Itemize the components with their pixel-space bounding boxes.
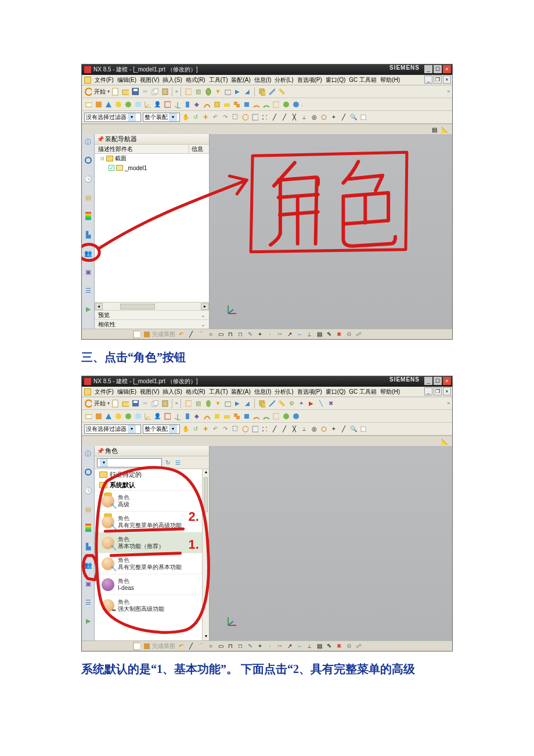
- mdi-minimize[interactable]: _: [424, 387, 432, 395]
- menu-assembly[interactable]: 装配(A): [231, 388, 250, 396]
- arc-orange-icon[interactable]: [252, 412, 260, 420]
- sketch-circle-icon[interactable]: ○: [207, 330, 215, 339]
- sketch-open-icon[interactable]: ⊓: [226, 642, 234, 650]
- history-tab-icon[interactable]: 🕓: [83, 174, 93, 184]
- scope-combo[interactable]: 整个装配 ▾: [143, 113, 180, 122]
- snap-plus-icon[interactable]: +: [330, 113, 338, 121]
- menu-window[interactable]: 窗口(Q): [326, 76, 345, 84]
- sketch-rect-icon[interactable]: ▭: [217, 330, 225, 339]
- sketch-arc-icon[interactable]: ⌒: [197, 642, 205, 650]
- menu-tools[interactable]: 工具(T): [209, 388, 228, 396]
- open-file-icon[interactable]: [121, 399, 129, 408]
- col-info[interactable]: 信息: [189, 145, 209, 153]
- snap-toolbar-icon[interactable]: 📐: [441, 125, 449, 134]
- sketch-plus-icon[interactable]: +: [256, 330, 264, 339]
- scrollbar-thumb[interactable]: [204, 477, 208, 512]
- doc-tab-icon[interactable]: ▤: [83, 504, 93, 514]
- block-icon[interactable]: [223, 88, 232, 96]
- new-file-icon[interactable]: [111, 88, 120, 96]
- snap-cross-icon[interactable]: ╳: [290, 425, 298, 433]
- history-tab-icon[interactable]: 🕓: [83, 485, 93, 496]
- menu-gctools[interactable]: GC 工具箱: [349, 388, 377, 396]
- sketch-square-icon[interactable]: □: [236, 330, 244, 339]
- menu-help[interactable]: 帮助(H): [380, 76, 400, 84]
- collapse-arrow-icon[interactable]: ▶: [83, 615, 93, 626]
- depends-collapsible[interactable]: 相依性⌄: [95, 319, 209, 329]
- cube-blue-icon[interactable]: [242, 412, 250, 420]
- menu-analysis[interactable]: 分析(L): [275, 388, 293, 396]
- menu-analysis[interactable]: 分析(L): [275, 76, 293, 84]
- role-advanced-full-menu[interactable]: 🔧 角色具有完整菜单的高级功能: [95, 511, 209, 532]
- menu-format[interactable]: 格式(R): [186, 76, 205, 84]
- sketch-robot-icon[interactable]: ☍: [355, 330, 363, 339]
- copy-icon[interactable]: [151, 88, 159, 96]
- menu-prefs[interactable]: 首选项(P): [297, 388, 322, 396]
- roles-tab-icon[interactable]: 👥: [83, 248, 93, 258]
- cross-purple-icon[interactable]: ✖: [327, 399, 335, 408]
- sweep-icon[interactable]: ▶: [233, 399, 241, 408]
- color-tab-icon[interactable]: [83, 211, 93, 221]
- start-dropdown-icon[interactable]: [84, 88, 92, 96]
- start-dropdown-icon[interactable]: [84, 399, 92, 408]
- menu-prefs[interactable]: 首选项(P): [297, 76, 322, 84]
- sketch-doc2-icon[interactable]: ▤: [315, 642, 323, 650]
- cross-plus-icon[interactable]: ✚: [201, 113, 210, 121]
- menu-info[interactable]: 信息(I): [254, 76, 271, 84]
- snap-perp-icon[interactable]: ⟂: [300, 113, 308, 121]
- mdi-close[interactable]: ×: [443, 75, 451, 84]
- maximize-button[interactable]: ☐: [434, 65, 442, 73]
- globe-green-icon[interactable]: [282, 100, 290, 109]
- arrow-red-icon[interactable]: ▶: [307, 399, 315, 408]
- sketch-gear-icon[interactable]: ⚙: [345, 330, 353, 339]
- copy-icon[interactable]: [151, 399, 159, 408]
- frame-yellow-icon[interactable]: [272, 412, 280, 420]
- sketch-line-icon[interactable]: ╱: [187, 642, 195, 650]
- offset-icon[interactable]: [268, 88, 276, 96]
- view-tab-icon[interactable]: [83, 467, 93, 477]
- tree-row-section[interactable]: ⊟ 截面: [95, 154, 209, 163]
- role-power-drafter[interactable]: ✏ 角色强大制图高级功能: [95, 595, 209, 615]
- sketch-extend-icon[interactable]: ↗: [286, 330, 294, 339]
- select-rect-icon[interactable]: [231, 425, 239, 433]
- menu-edit[interactable]: 编辑(E): [117, 388, 136, 396]
- cut-icon[interactable]: ✂: [141, 88, 149, 96]
- sketch-dot-icon[interactable]: ◦: [266, 330, 274, 339]
- snap-toolbar-icon[interactable]: 📐: [441, 437, 449, 445]
- refresh-icon[interactable]: ↻: [164, 459, 172, 467]
- csys-icon[interactable]: [173, 100, 181, 109]
- new-file-icon[interactable]: [111, 399, 120, 408]
- solid-blue-icon[interactable]: [291, 412, 300, 420]
- select-rect-icon[interactable]: [231, 113, 239, 121]
- snap-midpoint-icon[interactable]: ╱: [280, 113, 288, 121]
- curve-orange-icon[interactable]: [203, 100, 211, 109]
- frame-red-icon[interactable]: [163, 100, 171, 109]
- menu-assembly[interactable]: 装配(A): [231, 76, 250, 84]
- cross-plus-icon[interactable]: ✚: [201, 425, 210, 433]
- gear-icon[interactable]: ⚙: [287, 399, 295, 408]
- scope-combo[interactable]: 整个装配▾: [143, 424, 180, 434]
- snap-slash-icon[interactable]: ╱: [340, 425, 348, 433]
- arc-green-icon[interactable]: [262, 100, 270, 109]
- select-circ-icon[interactable]: [241, 425, 249, 433]
- arc-orange-icon[interactable]: [252, 100, 260, 109]
- snap-circ-icon[interactable]: [320, 113, 328, 121]
- graphics-viewport[interactable]: [210, 446, 452, 640]
- hole-icon[interactable]: ▼: [214, 88, 222, 96]
- pin-icon[interactable]: 📌: [97, 136, 103, 142]
- menu-file[interactable]: 文件(F): [95, 76, 114, 84]
- sketch-rigid-icon[interactable]: ⟂: [305, 330, 313, 339]
- scroll-down-icon[interactable]: ▾: [203, 633, 209, 640]
- menu-view[interactable]: 视图(V): [140, 388, 159, 396]
- feature-green-ball-icon[interactable]: [124, 412, 132, 420]
- globe-green-icon[interactable]: [282, 412, 290, 420]
- unite-icon[interactable]: [258, 399, 266, 408]
- role-advanced[interactable]: 🔧 角色高级: [95, 490, 209, 511]
- cut-icon[interactable]: ✂: [141, 399, 149, 408]
- ruler-icon[interactable]: 📏: [277, 88, 286, 96]
- sketch-robot-icon[interactable]: ☍: [355, 642, 363, 650]
- role-essentials-full-menu[interactable]: 🔧 角色具有完整菜单的基本功能: [95, 553, 209, 574]
- feature-cylinder-icon[interactable]: [134, 412, 142, 420]
- shell-purple-icon[interactable]: ◆: [193, 100, 201, 109]
- menu-help[interactable]: 帮助(H): [380, 388, 400, 396]
- snap-grid-icon[interactable]: [261, 113, 269, 121]
